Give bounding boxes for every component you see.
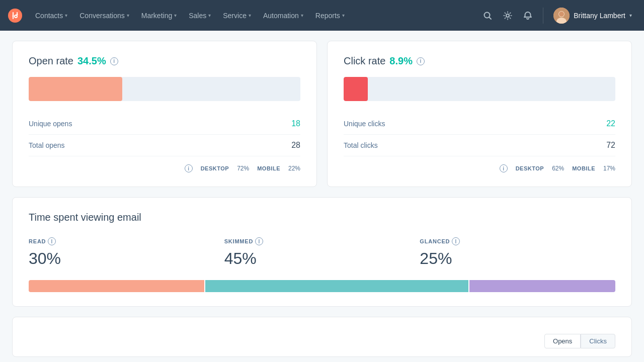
open-rate-card: Open rate 34.5% i Unique opens 18 Total … xyxy=(12,41,317,187)
nav-item-automation[interactable]: Automation ▾ xyxy=(258,0,308,31)
glanced-metric: GLANCED i 25% xyxy=(420,237,615,268)
nav-item-service[interactable]: Service ▾ xyxy=(218,0,256,31)
chevron-down-icon: ▾ xyxy=(174,13,177,18)
click-desktop-label: DESKTOP xyxy=(516,165,544,171)
nav-label-marketing: Marketing xyxy=(141,12,172,20)
nav-item-marketing[interactable]: Marketing ▾ xyxy=(136,0,182,31)
click-desktop-pct: 62% xyxy=(552,165,564,172)
glanced-bar-segment xyxy=(469,280,616,292)
total-opens-label: Total opens xyxy=(29,141,65,149)
svg-point-8 xyxy=(559,12,564,17)
chevron-down-icon: ▾ xyxy=(127,13,129,18)
nav-label-service: Service xyxy=(223,12,247,20)
click-rate-device-info: i xyxy=(500,164,508,172)
read-label: READ i xyxy=(29,237,224,245)
read-bar-segment xyxy=(29,280,204,292)
svg-point-4 xyxy=(506,14,509,17)
glanced-info-icon[interactable]: i xyxy=(452,237,460,245)
nav-icons xyxy=(478,7,537,25)
read-value: 30% xyxy=(29,249,224,268)
chevron-down-icon: ▾ xyxy=(65,13,67,18)
skimmed-info-icon[interactable]: i xyxy=(255,237,263,245)
click-rate-device-row: i DESKTOP 62% MOBILE 17% xyxy=(344,164,615,172)
main-content: Open rate 34.5% i Unique opens 18 Total … xyxy=(0,31,644,362)
svg-point-2 xyxy=(17,14,18,15)
stacked-bar xyxy=(29,280,615,292)
glanced-label: GLANCED i xyxy=(420,237,615,245)
open-rate-progress-bar xyxy=(29,77,300,101)
chevron-down-icon: ▾ xyxy=(208,13,211,18)
chevron-down-icon: ▾ xyxy=(301,13,303,18)
username: Brittany Lambert xyxy=(574,12,625,20)
hubspot-logo[interactable] xyxy=(8,9,22,23)
open-rate-device-info-icon: i xyxy=(185,164,193,172)
mobile-label: MOBILE xyxy=(257,165,280,171)
time-spent-card: Time spent viewing email READ i 30% SKIM… xyxy=(12,197,632,307)
click-mobile-pct: 17% xyxy=(603,165,615,172)
unique-clicks-label: Unique clicks xyxy=(344,120,385,128)
open-rate-device-row: i DESKTOP 72% MOBILE 22% xyxy=(29,164,300,172)
metrics-cards-row: Open rate 34.5% i Unique opens 18 Total … xyxy=(12,41,632,187)
desktop-label: DESKTOP xyxy=(201,165,229,171)
time-spent-title: Time spent viewing email xyxy=(29,212,615,223)
skimmed-metric: SKIMMED i 45% xyxy=(224,237,420,268)
skimmed-bar-segment xyxy=(205,280,468,292)
open-rate-title: Open rate 34.5% i xyxy=(29,55,300,67)
read-metric: READ i 30% xyxy=(29,237,224,268)
nav-label-reports: Reports xyxy=(315,12,340,20)
total-opens-row: Total opens 28 xyxy=(29,135,300,156)
opens-tab-button[interactable]: Opens xyxy=(544,334,581,348)
bottom-tab-buttons: Opens Clicks xyxy=(544,334,615,348)
total-clicks-label: Total clicks xyxy=(344,141,378,149)
click-device-info-icon[interactable]: i xyxy=(500,164,508,172)
glanced-value: 25% xyxy=(420,249,615,268)
nav-divider xyxy=(543,8,543,24)
click-rate-title: Click rate 8.9% i xyxy=(344,55,615,67)
open-rate-info-icon[interactable]: i xyxy=(110,57,118,65)
desktop-pct: 72% xyxy=(237,165,249,172)
click-rate-card: Click rate 8.9% i Unique clicks 22 Total… xyxy=(327,41,632,187)
unique-clicks-value: 22 xyxy=(606,119,615,128)
settings-button[interactable] xyxy=(499,7,517,25)
total-opens-value: 28 xyxy=(291,141,300,150)
device-info-icon[interactable]: i xyxy=(185,164,193,172)
open-rate-fill xyxy=(29,77,122,101)
skimmed-label: SKIMMED i xyxy=(224,237,420,245)
click-rate-progress-bar xyxy=(344,77,615,101)
bottom-card: Opens Clicks xyxy=(12,317,632,357)
read-info-icon[interactable]: i xyxy=(48,237,56,245)
click-rate-info-icon[interactable]: i xyxy=(417,57,425,65)
user-chevron-icon: ▾ xyxy=(629,13,632,18)
open-rate-value: 34.5% xyxy=(77,55,106,67)
nav-item-conversations[interactable]: Conversations ▾ xyxy=(74,0,134,31)
unique-clicks-row: Unique clicks 22 xyxy=(344,113,615,135)
unique-opens-value: 18 xyxy=(291,119,300,128)
nav-label-conversations: Conversations xyxy=(79,12,125,20)
unique-opens-label: Unique opens xyxy=(29,120,72,128)
navbar: Contacts ▾ Conversations ▾ Marketing ▾ S… xyxy=(0,0,644,31)
chevron-down-icon: ▾ xyxy=(342,13,345,18)
search-button[interactable] xyxy=(478,7,497,25)
nav-item-reports[interactable]: Reports ▾ xyxy=(310,0,350,31)
total-clicks-value: 72 xyxy=(606,141,615,150)
nav-item-sales[interactable]: Sales ▾ xyxy=(184,0,216,31)
time-metrics: READ i 30% SKIMMED i 45% GLANCED i 25% xyxy=(29,237,615,268)
click-rate-fill xyxy=(344,77,368,101)
nav-label-contacts: Contacts xyxy=(35,12,63,20)
notifications-button[interactable] xyxy=(519,7,537,25)
avatar xyxy=(553,8,570,24)
user-menu[interactable]: Brittany Lambert ▾ xyxy=(549,8,636,24)
unique-opens-row: Unique opens 18 xyxy=(29,113,300,135)
click-rate-label: Click rate xyxy=(344,55,385,67)
click-mobile-label: MOBILE xyxy=(572,165,595,171)
nav-label-automation: Automation xyxy=(263,12,299,20)
open-rate-label: Open rate xyxy=(29,55,73,67)
mobile-pct: 22% xyxy=(288,165,300,172)
svg-point-1 xyxy=(13,15,14,17)
clicks-tab-button[interactable]: Clicks xyxy=(581,334,615,348)
nav-item-contacts[interactable]: Contacts ▾ xyxy=(30,0,72,31)
skimmed-value: 45% xyxy=(224,249,420,268)
chevron-down-icon: ▾ xyxy=(249,13,251,18)
total-clicks-row: Total clicks 72 xyxy=(344,135,615,156)
nav-label-sales: Sales xyxy=(189,12,206,20)
